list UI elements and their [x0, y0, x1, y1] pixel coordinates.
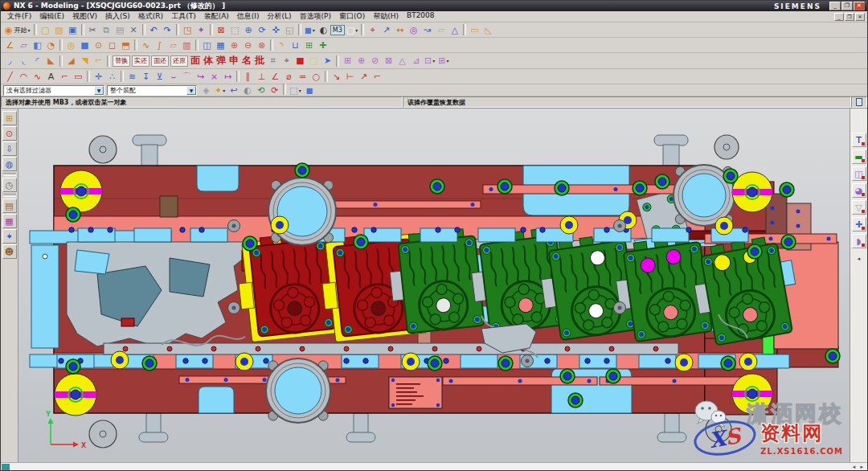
dim-vertical-button[interactable]: ⊢ [343, 70, 357, 83]
pad-button[interactable]: ⬒ [119, 39, 133, 51]
wcs-orient-button[interactable]: ↗ [379, 23, 393, 36]
vector-button[interactable]: ↝ [420, 23, 434, 36]
chevron-down-icon[interactable]: ▼ [186, 86, 196, 95]
face-restore-button[interactable]: 面还 [151, 55, 169, 67]
previous-selection-button[interactable]: ⟲ [254, 84, 268, 96]
replace-component-button[interactable]: ⊘ [368, 55, 382, 68]
point-dialog-button[interactable]: ◎ [407, 23, 420, 36]
plane-button[interactable]: ▱ [434, 23, 448, 36]
equal-constraint-button[interactable]: = [296, 70, 309, 83]
draft-button[interactable]: ◢ [64, 55, 78, 68]
fit-view-button[interactable]: ⊠ [215, 23, 228, 36]
pocket-tool[interactable]: ▽ [852, 200, 866, 215]
open-button[interactable]: ▨ [52, 23, 66, 36]
exploded-views-button[interactable]: ⊡▾ [423, 55, 436, 68]
hole-button[interactable]: ◎ [64, 39, 78, 51]
polyline-button[interactable]: ⌐ [58, 70, 72, 83]
conic-button[interactable]: ∿ [31, 70, 44, 83]
display-mode-chip[interactable]: M3 [330, 25, 345, 35]
menu-preferences[interactable]: 首选项(P) [296, 11, 335, 22]
datum-plane-button[interactable]: ▱ [17, 39, 31, 51]
undo-button[interactable]: ↶ [147, 23, 161, 36]
wave-geometry-linker-button[interactable]: ⊞▾ [436, 55, 450, 68]
chevron-down-icon[interactable]: ▼ [94, 86, 104, 95]
solid-preferred-button[interactable]: ◼ [303, 84, 317, 96]
shell-button[interactable]: ⊔ [289, 39, 302, 51]
menu-view[interactable]: 视图(V) [68, 11, 101, 22]
text-button[interactable]: A [44, 70, 58, 83]
undo-selection-button[interactable]: ↩ [227, 84, 240, 96]
sheet-body-button[interactable]: ▱ [166, 39, 180, 51]
rotate-view-button[interactable]: ⟳ [256, 23, 269, 36]
menu-file[interactable]: 文件(F) [3, 11, 35, 22]
delete-button[interactable]: ✕ [127, 23, 141, 36]
zoom-window-button[interactable]: ⬚ [228, 23, 242, 36]
sketch-button[interactable]: ∠ [3, 39, 17, 51]
pattern-feature-button[interactable]: ▦ [214, 39, 227, 51]
boss-button[interactable]: ⊙ [92, 39, 105, 51]
menu-help[interactable]: 帮助(H) [369, 11, 403, 22]
paste-button[interactable]: ▤ [113, 23, 127, 36]
sew-button[interactable]: ⊞ [302, 39, 316, 51]
block-button[interactable]: ■ [78, 39, 92, 51]
wcs-dynamics-button[interactable]: ⌖ [366, 23, 379, 36]
history-icon[interactable]: ◷ [2, 178, 17, 192]
project-curve-button[interactable]: ↧ [139, 70, 153, 83]
mirror-feature-button[interactable]: ◫ [200, 39, 214, 51]
menu-edit[interactable]: 编辑(E) [35, 11, 68, 22]
simplify-curve-button[interactable]: ↪ [194, 70, 207, 83]
line-button[interactable]: ╱ [3, 70, 17, 83]
minimize-button[interactable]: _ [829, 2, 841, 10]
horizontal-scroll-arrows[interactable]: ◂ ▸ [853, 464, 867, 470]
zoom-button[interactable]: ⊕ [242, 23, 256, 36]
mdi-minimize-button[interactable]: _ [834, 13, 844, 21]
view-popup-button[interactable]: ✦ [194, 23, 208, 36]
sweep-button[interactable]: ∿ [139, 39, 153, 51]
process-studio-icon[interactable]: ✦ [2, 229, 17, 244]
slug-tool[interactable]: ▬ [852, 149, 866, 164]
part-navigator-icon[interactable]: ⇩ [2, 141, 17, 156]
pan-button[interactable]: ✜ [269, 23, 283, 36]
offset-curve-button[interactable]: ≋ [125, 70, 139, 83]
mirror-assembly-button[interactable]: △ [395, 55, 409, 68]
solid-restore-button[interactable]: 实还 [132, 55, 149, 67]
rectangle-select-button[interactable]: ⬚▾ [288, 84, 302, 96]
cut-button[interactable]: ✂ [86, 23, 100, 36]
parallel-constraint-button[interactable]: ∥ [241, 70, 255, 83]
edge-blend-button[interactable]: ◝ [275, 39, 289, 51]
system-materials-icon[interactable]: ▤ [2, 199, 17, 213]
name-char-button[interactable]: 名 [240, 54, 253, 68]
shaded-view-button[interactable]: ◼▾ [303, 23, 317, 36]
redo-button[interactable]: ↷ [161, 23, 174, 36]
command-finder-button[interactable]: ◳ [181, 23, 194, 36]
snap-enable-button[interactable]: ✦▾ [213, 84, 227, 96]
visualization-icon[interactable]: ▦ [2, 214, 17, 228]
angle-constraint-button[interactable]: ∠ [268, 70, 282, 83]
sequence-button[interactable]: ⊿ [409, 55, 423, 68]
next-selection-button[interactable]: ⟳ [268, 84, 281, 96]
clamp-tool[interactable]: ◫ [852, 166, 866, 181]
move-component-button[interactable]: ⊕ [354, 55, 368, 68]
trim-curve-button[interactable]: ⨯ [207, 70, 221, 83]
rectangle-button[interactable]: ▭ [72, 70, 85, 83]
assembly-navigator-icon[interactable]: ⊞ [2, 111, 17, 125]
menu-assemblies[interactable]: 装配(A) [200, 11, 233, 22]
curve-length-button[interactable]: ↦ [221, 70, 235, 83]
menu-bt2008[interactable]: BT2008 [403, 11, 439, 22]
quick-trim-button[interactable]: ⌐ [371, 70, 384, 83]
graphics-window[interactable]: YX 潇洒网校 XS 资料网 [18, 109, 850, 462]
toolbar-scroll-arrow[interactable]: ◂ [858, 256, 861, 262]
point-button[interactable]: ✛ [92, 70, 105, 83]
chamfer-button[interactable]: ◣ [44, 55, 58, 68]
revolve-button[interactable]: ◔ [44, 39, 58, 51]
add-component-button[interactable]: ⊞ [341, 55, 354, 68]
face-blend-button[interactable]: ◞ [3, 55, 17, 68]
batch-char-button[interactable]: 批 [253, 54, 266, 68]
cross-tool[interactable]: ✚ [852, 217, 866, 231]
snap-point-button[interactable]: △ [448, 23, 461, 36]
arc-button[interactable]: ◠ [17, 70, 31, 83]
soft-blend-button[interactable]: ◟ [17, 55, 31, 68]
measure-angle-button[interactable]: ◺ [481, 23, 495, 36]
csys-button[interactable]: ↔ [393, 23, 407, 36]
save-button[interactable]: ▣ [66, 23, 80, 36]
